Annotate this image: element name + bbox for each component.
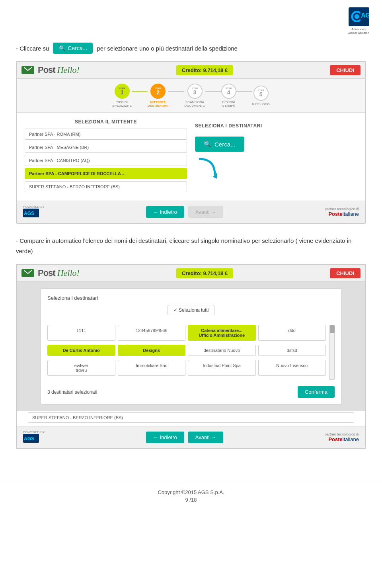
sender-item-2[interactable]: Partner SPA - MESAGNE (BR)	[25, 142, 187, 153]
partner-logo-2: partner tecnologico di Posteitaliane	[325, 432, 359, 442]
dest-cell-designs[interactable]: Designs	[118, 345, 186, 356]
app-header-1: Post Hello! Credito: 9.714,18 € CHIUDI	[17, 62, 365, 79]
dest-cell-dsfsd[interactable]: dsfsd	[258, 345, 326, 356]
powered-by-text-1: POWERED BY	[23, 205, 45, 209]
sender-item-4[interactable]: Partner SPA - CAMPOFELICE DI ROCCELLA ..…	[25, 168, 187, 179]
partner-label-1: partner tecnologico di	[325, 207, 359, 211]
post-logo-wrap-2: Post Hello!	[21, 268, 80, 278]
post-logo-wrap: Post Hello!	[21, 65, 80, 75]
svg-text:AGS: AGS	[24, 436, 34, 441]
panel-left-1: SELEZIONA IL MITTENTE Partner SPA - ROMA…	[25, 119, 187, 194]
dest-cell-1111[interactable]: 1111	[47, 325, 115, 341]
panel-right-title-1: SELEZIONA I DESTINATARI	[195, 123, 262, 129]
chiudi-button-2[interactable]: CHIUDI	[330, 268, 361, 278]
conferma-button[interactable]: Conferma	[298, 386, 335, 398]
step-connector-1	[132, 91, 148, 92]
mail-icon-2	[21, 269, 34, 277]
dest-row-2: De Curtis Antonio Designs destinatario N…	[47, 345, 326, 356]
partner-label-2: partner tecnologico di	[325, 432, 359, 436]
cerca-inline-button[interactable]: 🔍 Cerca...	[53, 43, 93, 54]
panel-right-1: SELEZIONA I DESTINATARI 🔍 Cerca...	[195, 119, 357, 194]
credito-badge-1: Credito: 9.714,18 €	[176, 65, 233, 75]
step-label-2: MITTENTEDESTINATARI	[148, 100, 169, 107]
ags-footer-logo-2: AGS	[23, 434, 39, 443]
avanti-button-2[interactable]: Avanti →	[188, 432, 224, 443]
cerca-big-label: Cerca...	[214, 141, 236, 148]
step-circle-1: STEP 1	[115, 84, 130, 99]
bottom-sender-wrap: SUPER STEFANO - BERZO INFERIORE (BS)	[22, 412, 360, 423]
select-all-button[interactable]: ✓ Seleziona tutti	[168, 305, 215, 315]
indietro-button-2[interactable]: ← Indietro	[146, 432, 184, 443]
step-connector-2	[168, 91, 184, 92]
step-3: STEP 3 SCANSIONADOCUMENTO	[184, 84, 205, 107]
step-label-1: TIPO DISPEDIZIONE	[112, 100, 131, 107]
hello-text: Hello!	[57, 65, 80, 75]
dest-cell-ddd[interactable]: ddd	[258, 325, 326, 341]
scrollbar-thumb[interactable]	[330, 325, 335, 333]
dest-cell-nuovo[interactable]: Nuovo Inserisco	[258, 360, 326, 376]
footer-buttons-2: ← Indietro Avanti →	[146, 432, 224, 443]
step-label-3: SCANSIONADOCUMENTO	[184, 100, 205, 107]
modal-area: Seleziona i destinatari ✓ Seleziona tutt…	[17, 282, 365, 411]
dest-cell-decurtis[interactable]: De Curtis Antonio	[47, 345, 115, 356]
poste-italiane-1: Posteitaliane	[325, 211, 359, 217]
instruction-2-text: - Compare in automatico l'elenco dei nom…	[16, 237, 351, 254]
sender-item-1[interactable]: Partner SPA - ROMA (RM)	[25, 129, 187, 140]
step-5: STEP 5 RIEPILOGO	[252, 86, 270, 106]
destinatari-modal: Seleziona i destinatari ✓ Seleziona tutt…	[41, 288, 341, 404]
chiudi-button-1[interactable]: CHIUDI	[330, 65, 361, 75]
step-circle-4: STEP 4	[221, 84, 236, 99]
instruction-1-prefix: - Cliccare su	[16, 45, 49, 52]
step-1: STEP 1 TIPO DISPEDIZIONE	[112, 84, 131, 107]
dest-row-1: 1111 1234567894566 Catena alimentare...U…	[47, 325, 326, 341]
dest-cell-destNuovo[interactable]: destinatario Nuovo	[188, 345, 256, 356]
app-footer-2: POWERED BY AGS ← Indietro Avanti → partn…	[17, 426, 365, 448]
step-connector-3	[205, 91, 221, 92]
select-all-wrap: ✓ Seleziona tutti	[47, 305, 335, 320]
step-circle-3: STEP 3	[187, 84, 203, 99]
scrollbar[interactable]	[329, 325, 335, 380]
bottom-sender: SUPER STEFANO - BERZO INFERIORE (BS)	[28, 412, 354, 423]
step-4: STEP 4 OPZIONISTAMPA	[221, 84, 236, 107]
app-body-1: SELEZIONA IL MITTENTE Partner SPA - ROMA…	[17, 113, 365, 201]
post-text: Post	[38, 65, 55, 75]
avanti-button-1[interactable]: Avanti →	[188, 206, 224, 218]
ags-tagline: Advanced Global Solution	[348, 27, 369, 35]
partner-logo-1: partner tecnologico di Posteitaliane	[325, 207, 359, 217]
sender-item-5[interactable]: SUPER STEFANO - BERZO INFERIORE (BS)	[25, 181, 187, 192]
instruction-2: - Compare in automatico l'elenco dei nom…	[16, 236, 366, 256]
dest-grid-area: 1111 1234567894566 Catena alimentare...U…	[47, 325, 326, 380]
post-text-2: Post	[38, 268, 55, 278]
footer-buttons-1: ← Indietro Avanti →	[146, 206, 224, 218]
dest-cell-ewfwer[interactable]: ewfwertrdvru	[47, 360, 115, 376]
step-2: STEP 2 MITTENTEDESTINATARI	[148, 84, 169, 107]
dest-cell-1234[interactable]: 1234567894566	[118, 325, 186, 341]
dest-footer: 3 destinatari selezionati Conferma	[47, 384, 335, 398]
cerca-big-button-1[interactable]: 🔍 Cerca...	[195, 137, 244, 152]
ags-footer-logo-1: AGS	[23, 209, 39, 217]
page-number: 9 /18	[8, 497, 374, 503]
hello-text-2: Hello!	[57, 268, 80, 278]
page-footer: Copyright ©2015 AGS S.p.A. 9 /18	[0, 481, 382, 511]
search-icon-big: 🔍	[204, 141, 211, 148]
dest-cell-industrial[interactable]: Industrial Point Spa	[188, 360, 256, 376]
cerca-inline-label: Cerca...	[68, 45, 87, 51]
powered-by-1: POWERED BY AGS	[23, 205, 45, 219]
arrow-decoration-1	[195, 155, 219, 180]
app-header-2: Post Hello! Credito: 9.714,18 € CHIUDI	[17, 265, 365, 282]
poste-italiane-2: Posteitaliane	[325, 436, 359, 442]
powered-by-2: POWERED BY AGS	[23, 430, 45, 444]
step-circle-2: STEP 2	[150, 84, 166, 99]
svg-point-2	[355, 14, 359, 19]
dest-cell-immobiliare[interactable]: Immobiliare Snc	[118, 360, 186, 376]
dest-count-label: 3 destinatari selezionati	[47, 389, 97, 395]
dest-row-3: ewfwertrdvru Immobiliare Snc Industrial …	[47, 360, 326, 376]
powered-by-text-2: POWERED BY	[23, 430, 45, 434]
step-connector-4	[236, 91, 252, 92]
indietro-button-1[interactable]: ← Indietro	[146, 206, 184, 218]
dest-cell-catena[interactable]: Catena alimentare...Ufficio Ammistrazion…	[188, 325, 256, 341]
app-window-2: Post Hello! Credito: 9.714,18 € CHIUDI S…	[16, 264, 366, 449]
sender-item-3[interactable]: Partner SPA - CANISTRO (AQ)	[25, 155, 187, 166]
app-footer-1: POWERED BY AGS ← Indietro Avanti → partn…	[17, 201, 365, 223]
step-label-5: RIEPILOGO	[252, 102, 270, 106]
